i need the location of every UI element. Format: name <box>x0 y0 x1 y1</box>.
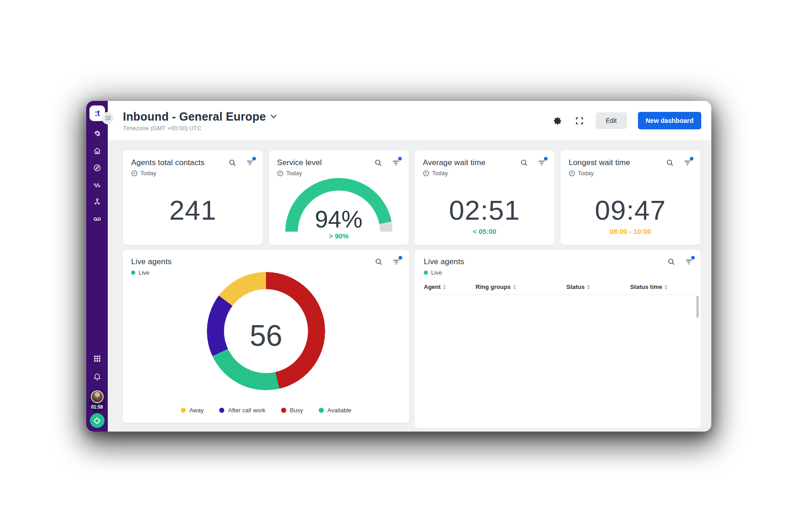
search-button[interactable] <box>374 257 383 266</box>
clock-icon <box>131 170 138 177</box>
legend-dot <box>281 408 286 413</box>
topbar: Inbound - General Europe Timezone (GMT +… <box>108 101 711 140</box>
card-service-level: Service level Today <box>269 150 409 245</box>
agent-icon <box>93 129 102 139</box>
legend-label: After call work <box>228 407 266 414</box>
search-button[interactable] <box>520 158 529 167</box>
filter-button[interactable] <box>684 257 693 266</box>
filter-button[interactable] <box>245 158 255 167</box>
filter-button[interactable] <box>537 158 546 167</box>
filter-active-badge <box>398 157 402 161</box>
sidebar-item-notifications[interactable] <box>91 371 104 383</box>
apps-grid-icon <box>93 355 101 363</box>
column-header-status[interactable]: Status <box>566 283 630 290</box>
sort-icon <box>587 285 590 289</box>
clock-icon <box>277 170 283 177</box>
session-timer: 01:58 <box>91 405 103 410</box>
edit-button[interactable]: Edit <box>596 112 627 129</box>
sort-icon <box>513 285 516 289</box>
card-title: Live agents <box>131 257 172 266</box>
search-icon <box>520 159 528 167</box>
gear-icon <box>553 116 562 126</box>
card-title: Longest wait time <box>569 158 630 167</box>
sidebar-item-voicemail[interactable] <box>91 212 104 225</box>
card-longest-wait-time: Longest wait time Today <box>560 150 700 245</box>
sidebar-item-activity[interactable] <box>91 178 104 191</box>
search-button[interactable] <box>374 158 383 167</box>
legend-dot <box>219 408 224 413</box>
filter-active-badge <box>252 157 256 161</box>
kpi-value: 241 <box>123 194 263 226</box>
fullscreen-button[interactable] <box>574 115 586 127</box>
sidebar-item-home[interactable] <box>91 144 104 157</box>
card-live-agents-donut: Live agents Live <box>123 250 409 423</box>
new-dashboard-button[interactable]: New dashboard <box>638 112 701 129</box>
legend-dot <box>319 408 324 413</box>
live-label: Live <box>431 269 442 276</box>
compass-icon <box>93 163 102 172</box>
voicemail-icon <box>93 214 102 223</box>
filter-button[interactable] <box>392 257 401 266</box>
status-available-icon[interactable] <box>90 413 105 428</box>
sidebar-item-agent[interactable] <box>91 127 104 140</box>
legend-dot <box>181 408 186 413</box>
card-average-wait-time: Average wait time Today <box>415 150 554 245</box>
search-icon <box>374 159 382 167</box>
sidebar-item-routing[interactable] <box>91 195 104 208</box>
chevron-down-icon <box>271 112 277 118</box>
avatar[interactable] <box>91 390 104 403</box>
sidebar: :t <box>86 101 108 432</box>
column-header-agent[interactable]: Agent <box>424 283 476 290</box>
app-window: :t <box>86 101 711 432</box>
column-header-status-time[interactable]: Status time <box>630 283 684 290</box>
sidebar-collapse-button[interactable] <box>102 112 114 124</box>
live-dot <box>424 271 428 275</box>
sort-icon <box>665 285 667 289</box>
card-title: Agents total contacts <box>131 158 205 167</box>
filter-active-badge <box>690 157 693 161</box>
search-icon <box>667 258 676 266</box>
column-header-ring-groups[interactable]: Ring groups <box>476 283 566 290</box>
card-live-agents-table: Live agents Live <box>415 250 701 428</box>
search-button[interactable] <box>665 158 675 167</box>
fullscreen-icon <box>575 116 584 125</box>
gauge-target: > 90% <box>269 232 409 240</box>
period-label: Today <box>432 170 448 177</box>
donut-total: 56 <box>123 319 409 353</box>
filter-button[interactable] <box>391 158 400 167</box>
donut-legend: AwayAfter call workBusyAvailable <box>123 407 409 414</box>
table-scrollbar[interactable] <box>696 296 699 318</box>
waveform-icon <box>93 180 102 189</box>
search-icon <box>228 159 237 167</box>
legend-label: Away <box>189 407 204 414</box>
table-header: Agent Ring groups Status Status time <box>424 283 693 295</box>
sidebar-item-explore[interactable] <box>91 161 104 174</box>
dashboard-selector[interactable]: Inbound - General Europe Timezone (GMT +… <box>123 110 276 132</box>
clock-icon <box>569 170 575 177</box>
kpi-value: 09:47 <box>560 194 700 226</box>
page-title: Inbound - General Europe <box>123 110 266 123</box>
legend-item: Away <box>181 407 204 414</box>
dashboard-content: Agents total contacts Today <box>108 140 711 432</box>
search-button[interactable] <box>228 158 237 167</box>
search-button[interactable] <box>667 257 676 266</box>
search-icon <box>666 159 674 167</box>
home-icon <box>93 146 102 155</box>
period-label: Today <box>140 170 156 177</box>
filter-active-badge <box>544 157 548 161</box>
filter-button[interactable] <box>683 158 692 167</box>
legend-item: Available <box>319 407 352 414</box>
bell-icon <box>93 372 102 382</box>
user-session-pill: 01:58 <box>89 389 105 412</box>
filter-active-badge <box>691 256 695 260</box>
settings-button[interactable] <box>552 115 564 127</box>
kpi-value: 02:51 <box>415 194 554 226</box>
card-title: Average wait time <box>423 158 486 167</box>
kpi-target: < 05:00 <box>415 227 554 235</box>
period-label: Today <box>578 170 594 177</box>
card-title: Live agents <box>424 257 464 266</box>
period-label: Today <box>286 170 302 177</box>
kpi-target: 08:00 - 10:00 <box>560 227 700 235</box>
sort-icon <box>443 285 446 289</box>
sidebar-item-apps[interactable] <box>91 352 104 365</box>
